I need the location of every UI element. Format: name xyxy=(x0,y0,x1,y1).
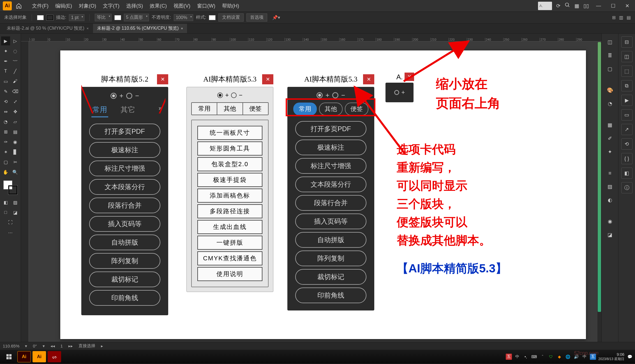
btn-text-split[interactable]: 文本段落分行 xyxy=(295,177,366,192)
paintbrush-tool[interactable]: 🖌 xyxy=(11,77,20,86)
notifications-icon[interactable]: 💬 xyxy=(627,354,633,360)
actions-panel-icon[interactable]: ▶ xyxy=(621,95,632,106)
type-tool[interactable]: T xyxy=(1,67,10,76)
artboard-nav-next-icon[interactable]: ▸▸ xyxy=(68,344,73,349)
tray-network-icon[interactable]: 🌐 xyxy=(565,354,571,360)
rotate-tool[interactable]: ⟲ xyxy=(1,97,10,106)
btn-box-model[interactable]: 包装盒型2.0 xyxy=(197,157,262,171)
radio-off-icon[interactable] xyxy=(332,92,338,98)
tray-security-icon[interactable]: 🛡 xyxy=(548,354,554,360)
brushes-panel-icon[interactable]: ✐ xyxy=(604,133,616,144)
btn-artboard-size[interactable]: 统一画板尺寸 xyxy=(197,126,262,140)
scale-mode[interactable]: 等比 xyxy=(95,14,112,21)
btn-help[interactable]: 使用说明 xyxy=(197,267,262,281)
asset-export-icon[interactable]: ↗ xyxy=(621,124,632,135)
tab-notes[interactable]: 便签 xyxy=(345,103,368,115)
tab-common[interactable]: 常用 xyxy=(192,103,217,115)
panel-close-button[interactable]: ✕ xyxy=(363,74,374,84)
expand-chevron-icon[interactable]: » xyxy=(157,103,164,117)
perspective-tool[interactable]: ▱ xyxy=(11,117,20,126)
menu-effect[interactable]: 效果(C) xyxy=(150,3,167,9)
taskbar-clock[interactable]: 9:06 2023/8/13 星期日 xyxy=(598,352,624,361)
btn-round-rect[interactable]: 矩形圆角工具 xyxy=(197,142,262,156)
minimize-button[interactable]: — xyxy=(593,3,604,9)
close-icon[interactable]: × xyxy=(87,26,89,31)
curvature-tool[interactable]: 〰 xyxy=(11,57,20,66)
screen-mode-icon[interactable]: ⛶ xyxy=(1,218,20,227)
links-panel-icon[interactable]: ⧉ xyxy=(621,80,632,91)
info-panel-icon[interactable]: ⓘ xyxy=(621,182,632,193)
menu-window[interactable]: 窗口(W) xyxy=(197,3,215,9)
transparency-panel-icon[interactable]: ◐ xyxy=(604,194,616,206)
history-panel-icon[interactable]: ⟲ xyxy=(621,138,632,150)
tray-app-icon[interactable]: ◆ xyxy=(556,354,562,360)
transform-panel-icon[interactable]: ⬚ xyxy=(621,66,632,77)
close-icon[interactable]: × xyxy=(181,26,183,31)
menu-object[interactable]: 对象(O) xyxy=(79,3,96,9)
taskbar-illustrator-icon[interactable]: Ai xyxy=(17,351,31,362)
panel-close-button[interactable]: ✕ xyxy=(405,73,414,81)
btn-corner-lines[interactable]: 印前角线 xyxy=(89,290,160,306)
libraries-panel-icon[interactable]: ▢ xyxy=(604,63,616,75)
pathfinder-panel-icon[interactable]: ◫ xyxy=(621,51,632,62)
line-tool[interactable]: ╱ xyxy=(11,67,20,76)
pen-tool[interactable]: ✒ xyxy=(1,57,10,66)
menu-edit[interactable]: 编辑(E) xyxy=(55,3,72,9)
draw-mode-behind[interactable]: ◪ xyxy=(11,208,20,217)
opacity-field[interactable]: 100% xyxy=(174,14,193,21)
css-panel-icon[interactable]: { } xyxy=(621,153,632,164)
swatches-panel-icon[interactable]: ▦ xyxy=(604,119,616,131)
properties-panel-icon[interactable]: ◫ xyxy=(604,36,616,48)
artboard-number[interactable]: 1 xyxy=(61,344,63,348)
direct-selection-tool[interactable]: ▷ xyxy=(11,36,20,45)
eyedropper-tool[interactable]: ✑ xyxy=(1,137,10,146)
gradient-tool[interactable]: ▤ xyxy=(11,127,20,136)
panel-toggle-3-icon[interactable]: ▤ xyxy=(627,15,631,20)
doc-tab-2[interactable]: 未标题-2 @ 110.65 % (CMYK/CPU 预览)× xyxy=(93,24,187,33)
menu-select[interactable]: 选择(S) xyxy=(126,3,143,9)
hand-tool[interactable]: ✋ xyxy=(1,168,10,177)
tab-common[interactable]: 常用 xyxy=(293,103,317,115)
pin-icon[interactable]: 📌▾ xyxy=(272,15,280,20)
maximize-button[interactable]: ☐ xyxy=(608,3,618,9)
home-icon[interactable] xyxy=(15,2,23,10)
rotation[interactable]: 0° xyxy=(33,344,37,348)
btn-array-copy[interactable]: 阵列复制 xyxy=(295,251,366,266)
radio-off-icon[interactable] xyxy=(231,92,237,98)
stroke-swatch[interactable] xyxy=(47,15,53,20)
fill-swatch[interactable] xyxy=(37,15,44,20)
gradient-mode-icon[interactable]: ▨ xyxy=(11,198,20,207)
btn-crop-marks[interactable]: 裁切标记 xyxy=(89,272,160,287)
tray-keyboard-icon[interactable]: ⌨ xyxy=(531,354,537,360)
tray-ime-wubi-icon[interactable]: 五 xyxy=(506,354,512,360)
color-guide-icon[interactable]: ◔ xyxy=(604,98,616,109)
symbol-sprayer-tool[interactable]: ✶ xyxy=(1,147,10,156)
eraser-tool[interactable]: ⌫ xyxy=(11,87,20,96)
panel-toggle-2-icon[interactable]: ▥ xyxy=(619,15,623,20)
tray-punct-icon[interactable]: •, xyxy=(523,354,529,360)
btn-bleed[interactable]: 生成出血线 xyxy=(197,220,262,234)
arrange-docs-icon[interactable]: ▦ xyxy=(574,3,579,9)
draw-mode-normal[interactable]: □ xyxy=(1,208,10,217)
doc-tab-1[interactable]: 未标题-2.ai @ 50 % (CMYK/CPU 预览)× xyxy=(3,24,93,33)
btn-para-merge[interactable]: 段落行合并 xyxy=(295,195,366,211)
tab-common[interactable]: 常用 xyxy=(91,103,108,117)
rectangle-tool[interactable]: ▭ xyxy=(1,77,10,86)
panel-close-button[interactable]: ✕ xyxy=(262,74,273,84)
appearance-panel-icon[interactable]: ◉ xyxy=(604,216,616,227)
doc-setup-button[interactable]: 文档设置 xyxy=(218,13,244,22)
tab-other[interactable]: 其他 xyxy=(319,103,343,115)
artboard-tool[interactable]: ▢ xyxy=(1,157,10,166)
graphic-style-swatch[interactable] xyxy=(209,15,216,20)
blend-tool[interactable]: ◉ xyxy=(11,137,20,146)
color-panel-icon[interactable]: 🎨 xyxy=(604,85,616,96)
symbols-panel-icon[interactable]: ✦ xyxy=(604,146,616,157)
stroke-color-swatch[interactable] xyxy=(8,186,17,194)
stroke-panel-icon[interactable]: ≡ xyxy=(604,168,616,179)
shaper-tool[interactable]: ✎ xyxy=(1,87,10,96)
canvas[interactable]: -100102030405060708090100110120130140150… xyxy=(21,34,601,342)
shape-builder-tool[interactable]: ◔ xyxy=(1,117,10,126)
btn-open-pdf[interactable]: 打开多页PDF xyxy=(295,121,366,137)
btn-add-swatches[interactable]: 添加画稿色标 xyxy=(197,189,262,203)
panel-toggle-1-icon[interactable]: ⊞ xyxy=(612,15,616,20)
